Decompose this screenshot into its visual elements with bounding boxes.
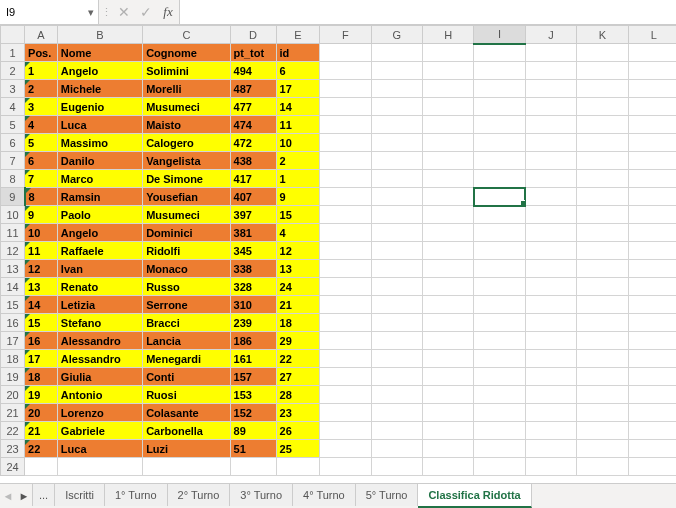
cell[interactable] <box>423 314 474 332</box>
row-header-10[interactable]: 10 <box>1 206 25 224</box>
cell-id[interactable]: 9 <box>276 188 320 206</box>
cell-pos[interactable]: 10 <box>25 224 58 242</box>
cell-id[interactable]: 27 <box>276 368 320 386</box>
cell[interactable] <box>371 350 422 368</box>
header-pt[interactable]: pt_tot <box>230 44 276 62</box>
cell-nome[interactable]: Alessandro <box>57 350 142 368</box>
cell-nome[interactable]: Raffaele <box>57 242 142 260</box>
cell-pos[interactable]: 4 <box>25 116 58 134</box>
cell-cognome[interactable]: Monaco <box>143 260 230 278</box>
cell-cognome[interactable]: Morelli <box>143 80 230 98</box>
cell[interactable] <box>628 134 676 152</box>
cell[interactable] <box>371 80 422 98</box>
cell-pt[interactable]: 417 <box>230 170 276 188</box>
cell-nome[interactable]: Paolo <box>57 206 142 224</box>
cell[interactable] <box>423 296 474 314</box>
cell[interactable] <box>628 458 676 476</box>
cell[interactable] <box>577 440 628 458</box>
cell[interactable] <box>276 458 320 476</box>
cell[interactable] <box>423 134 474 152</box>
row-header-3[interactable]: 3 <box>1 80 25 98</box>
cell[interactable] <box>371 314 422 332</box>
col-header-B[interactable]: B <box>57 26 142 44</box>
cell[interactable] <box>320 152 371 170</box>
cell-pt[interactable]: 186 <box>230 332 276 350</box>
sheet-tab[interactable]: 4° Turno <box>293 484 356 506</box>
cell[interactable] <box>474 368 525 386</box>
cell-pt[interactable]: 310 <box>230 296 276 314</box>
name-box-dropdown-icon[interactable]: ▾ <box>84 0 98 24</box>
cell[interactable] <box>474 116 525 134</box>
cell[interactable] <box>525 224 576 242</box>
cell-nome[interactable]: Giulia <box>57 368 142 386</box>
cell[interactable] <box>628 224 676 242</box>
cell[interactable] <box>423 332 474 350</box>
cell[interactable] <box>371 188 422 206</box>
row-header-4[interactable]: 4 <box>1 98 25 116</box>
grid-area[interactable]: ABCDEFGHIJKL1 Pos. Nome Cognome pt_tot i… <box>0 25 676 483</box>
cell-cognome[interactable]: Serrone <box>143 296 230 314</box>
cell-pt[interactable]: 239 <box>230 314 276 332</box>
cell-pos[interactable]: 22 <box>25 440 58 458</box>
cell-pos[interactable]: 14 <box>25 296 58 314</box>
cell[interactable] <box>320 368 371 386</box>
cell-pt[interactable]: 477 <box>230 98 276 116</box>
cell[interactable] <box>320 350 371 368</box>
cell[interactable] <box>371 296 422 314</box>
cell[interactable] <box>577 422 628 440</box>
cell[interactable] <box>525 242 576 260</box>
cell-nome[interactable]: Luca <box>57 440 142 458</box>
cell[interactable] <box>320 260 371 278</box>
cell[interactable] <box>525 134 576 152</box>
cell[interactable] <box>320 206 371 224</box>
cell-nome[interactable]: Angelo <box>57 224 142 242</box>
cell[interactable] <box>525 404 576 422</box>
cell[interactable] <box>320 404 371 422</box>
cell-pt[interactable]: 407 <box>230 188 276 206</box>
col-header-F[interactable]: F <box>320 26 371 44</box>
cell-cognome[interactable]: Ridolfi <box>143 242 230 260</box>
cell-id[interactable]: 14 <box>276 98 320 116</box>
cell[interactable] <box>577 80 628 98</box>
cell[interactable] <box>371 440 422 458</box>
row-header-1[interactable]: 1 <box>1 44 25 62</box>
cell-id[interactable]: 11 <box>276 116 320 134</box>
cell-cognome[interactable]: Menegardi <box>143 350 230 368</box>
cell[interactable] <box>628 260 676 278</box>
cell[interactable] <box>577 242 628 260</box>
tab-nav-next-icon[interactable]: ► <box>16 484 32 508</box>
cell[interactable] <box>525 422 576 440</box>
cell[interactable] <box>628 170 676 188</box>
cell[interactable] <box>320 242 371 260</box>
cell[interactable] <box>577 134 628 152</box>
cell[interactable] <box>628 296 676 314</box>
cell[interactable] <box>577 224 628 242</box>
cell-id[interactable]: 4 <box>276 224 320 242</box>
cell[interactable] <box>423 458 474 476</box>
cell[interactable] <box>577 332 628 350</box>
cell-cognome[interactable]: Colasante <box>143 404 230 422</box>
row-header-9[interactable]: 9 <box>1 188 25 206</box>
row-header-15[interactable]: 15 <box>1 296 25 314</box>
row-header-11[interactable]: 11 <box>1 224 25 242</box>
cell-nome[interactable]: Ramsin <box>57 188 142 206</box>
cell[interactable] <box>525 206 576 224</box>
select-all-corner[interactable] <box>1 26 25 44</box>
formula-input[interactable] <box>179 0 676 24</box>
cell[interactable] <box>474 260 525 278</box>
cell-pos[interactable]: 21 <box>25 422 58 440</box>
cell[interactable] <box>423 278 474 296</box>
cell-cognome[interactable]: Musumeci <box>143 98 230 116</box>
cell[interactable] <box>423 422 474 440</box>
cell-cognome[interactable]: Bracci <box>143 314 230 332</box>
cell[interactable] <box>423 404 474 422</box>
cell[interactable] <box>230 458 276 476</box>
cell[interactable] <box>371 404 422 422</box>
cell[interactable] <box>628 44 676 62</box>
cell-nome[interactable]: Marco <box>57 170 142 188</box>
cell-nome[interactable]: Luca <box>57 116 142 134</box>
cell-pt[interactable]: 51 <box>230 440 276 458</box>
col-header-J[interactable]: J <box>525 26 576 44</box>
row-header-22[interactable]: 22 <box>1 422 25 440</box>
cell[interactable] <box>628 350 676 368</box>
